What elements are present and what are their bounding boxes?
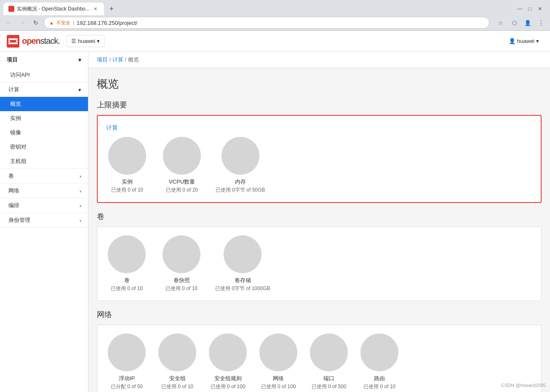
sidebar-item-instances[interactable]: 实例 — [0, 111, 88, 125]
sidebar-images-label: 镜像 — [10, 129, 21, 136]
tab-favicon — [8, 6, 14, 12]
forward-button[interactable]: → — [17, 17, 28, 28]
network-quota-section: 浮动IP 已分配 0 of 50 安全组 已使用 0 of 10 — [97, 325, 542, 392]
region-icon: ☰ — [71, 38, 76, 44]
sidebar-volumes-header[interactable]: 卷 › — [0, 169, 88, 183]
quota-circle-ports — [310, 333, 348, 371]
sidebar-compute-section: 计算 ▾ 概览 实例 镜像 密钥对 主机组 — [0, 83, 88, 169]
quota-circle-container-memory — [222, 137, 259, 175]
quota-label-instances: 实例 — [122, 178, 133, 186]
quota-label-networks: 网络 — [273, 375, 284, 382]
page-title: 概览 — [97, 77, 542, 91]
quota-item-ports: 端口 已使用 0 of 500 — [308, 333, 350, 390]
content-body: 概览 上限摘要 计算 实例 已使用 0 of 10 — [88, 68, 550, 392]
top-navigation: openstack. ☰ huawei ▾ 👤 huawei ▾ — [0, 31, 550, 52]
user-label: huawei — [517, 38, 534, 44]
sidebar-item-access-api[interactable]: 访问API — [0, 68, 88, 82]
quota-label-floating-ip: 浮动IP — [119, 375, 135, 382]
breadcrumb-item-project[interactable]: 项目 — [97, 56, 108, 63]
sidebar-instances-label: 实例 — [10, 115, 21, 121]
sidebar-overview-label: 概览 — [10, 101, 21, 107]
quota-label-volume-snapshots: 卷快照 — [174, 277, 190, 284]
quota-used-vcpu: 已使用 0 of 20 — [166, 187, 198, 194]
quota-circle-container-volume-snapshots — [163, 235, 200, 273]
back-button[interactable]: ← — [3, 17, 14, 28]
sidebar-volumes-arrow: › — [80, 173, 81, 179]
sidebar-item-hostgroups[interactable]: 主机组 — [0, 154, 88, 168]
insecure-label: 不安全 — [56, 20, 70, 26]
sidebar-orchestration-section: 编排 › — [0, 198, 88, 213]
url-box[interactable]: ▲ 不安全 | 192.168.176.250/project/ — [44, 17, 489, 29]
sidebar-project-header[interactable]: 项目 ▾ — [0, 52, 88, 68]
profile-button[interactable]: 👤 — [522, 17, 533, 28]
quota-item-routers: 路由 已使用 0 of 10 — [358, 333, 400, 390]
quota-circle-container-volume-storage — [224, 235, 262, 273]
quota-circle-vcpu — [163, 137, 201, 175]
breadcrumb-item-overview: 概览 — [128, 56, 139, 63]
quota-circle-instances — [108, 137, 146, 175]
quota-circle-container-ports — [310, 333, 348, 371]
quota-circle-container-routers — [360, 333, 398, 371]
svg-rect-2 — [8, 43, 18, 44]
quota-circle-container-security-group-rules — [209, 333, 247, 371]
quota-item-volumes: 卷 已使用 0 of 10 — [106, 235, 148, 292]
sidebar-item-overview[interactable]: 概览 — [0, 97, 88, 111]
sidebar-volumes-label: 卷 — [8, 172, 14, 180]
quota-label-memory: 内存 — [235, 178, 246, 186]
volumes-section-header: 卷 — [97, 211, 542, 221]
quota-label-vcpu: VCPU数量 — [169, 178, 195, 186]
quota-circle-container-networks — [259, 333, 297, 371]
sidebar-item-images[interactable]: 镜像 — [0, 125, 88, 140]
sidebar-orchestration-label: 编排 — [8, 202, 19, 209]
window-controls: — □ ✕ — [516, 5, 547, 12]
window-close-button[interactable]: ✕ — [537, 5, 543, 12]
tab-close-button[interactable]: ✕ — [92, 5, 99, 12]
breadcrumb-separator-1: / — [109, 56, 112, 63]
quota-circle-networks — [259, 333, 297, 371]
quota-circle-security-groups — [158, 333, 196, 371]
breadcrumb-item-compute[interactable]: 计算 — [112, 56, 123, 63]
bookmark-button[interactable]: ☆ — [495, 17, 506, 28]
region-label: huawei — [78, 38, 95, 44]
browser-menu-button[interactable]: ⋮ — [536, 17, 547, 28]
url-text: 192.168.176.250/project/ — [77, 20, 484, 26]
active-tab[interactable]: 实例概况 - OpenStack Dashbo... ✕ — [3, 3, 104, 15]
refresh-button[interactable]: ↻ — [30, 17, 41, 28]
quota-circle-volumes — [108, 235, 146, 273]
compute-subsection-label: 计算 — [106, 124, 532, 132]
quota-circle-container-instances — [108, 137, 146, 175]
sidebar-access-api-label: 访问API — [10, 72, 30, 78]
sidebar-network-section: 网络 › — [0, 184, 88, 198]
region-dropdown-icon: ▾ — [97, 38, 100, 44]
window-maximize-button[interactable]: □ — [526, 5, 533, 12]
compute-quota-grid: 实例 已使用 0 of 10 VCPU数量 已使用 0 of 20 — [106, 137, 532, 194]
quota-used-floating-ip: 已分配 0 of 50 — [111, 383, 143, 390]
network-quota-grid: 浮动IP 已分配 0 of 50 安全组 已使用 0 of 10 — [106, 333, 533, 390]
network-section-label: 网络 — [97, 309, 542, 320]
sidebar-keypairs-label: 密钥对 — [10, 144, 27, 150]
logo: openstack. — [7, 35, 60, 48]
quota-circle-container-volumes — [108, 235, 146, 273]
screenshot-button[interactable]: ⬡ — [509, 17, 520, 28]
sidebar-identity-header[interactable]: 身份管理 › — [0, 213, 88, 227]
quota-used-volume-storage: 已使用 0字节 of 1000GB — [215, 285, 270, 292]
svg-rect-1 — [8, 38, 18, 40]
browser-chrome: 实例概况 - OpenStack Dashbo... ✕ + — □ ✕ ← →… — [0, 0, 550, 31]
quota-circle-volume-snapshots — [163, 235, 200, 273]
address-bar: ← → ↻ ▲ 不安全 | 192.168.176.250/project/ ☆… — [0, 15, 550, 30]
quota-circle-container-security-groups — [158, 333, 196, 371]
window-minimize-button[interactable]: — — [516, 5, 523, 12]
sidebar-compute-header[interactable]: 计算 ▾ — [0, 83, 88, 97]
quota-circle-container-floating-ip — [108, 333, 146, 371]
quota-circle-security-group-rules — [209, 333, 247, 371]
user-menu[interactable]: 👤 huawei ▾ — [505, 35, 543, 47]
sidebar-item-keypairs[interactable]: 密钥对 — [0, 140, 88, 154]
quota-item-volume-snapshots: 卷快照 已使用 0 of 10 — [160, 235, 203, 292]
new-tab-button[interactable]: + — [106, 3, 117, 15]
sidebar-project-label: 项目 — [7, 56, 18, 64]
sidebar-network-header[interactable]: 网络 › — [0, 184, 88, 198]
quota-item-vcpu: VCPU数量 已使用 0 of 20 — [161, 137, 203, 194]
region-selector[interactable]: ☰ huawei ▾ — [67, 35, 104, 47]
quota-used-routers: 已使用 0 of 10 — [363, 383, 395, 390]
sidebar-orchestration-header[interactable]: 编排 › — [0, 198, 88, 213]
